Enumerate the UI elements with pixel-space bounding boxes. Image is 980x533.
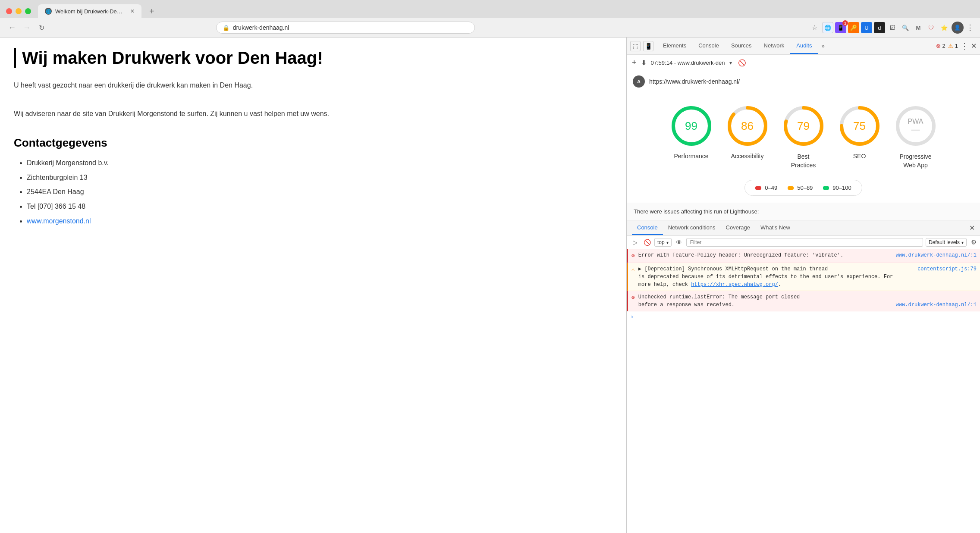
back-button[interactable]: ← bbox=[6, 22, 18, 34]
filter-input[interactable] bbox=[686, 238, 923, 247]
inspect-icon[interactable]: ⬚ bbox=[630, 41, 641, 51]
error-count: 2 bbox=[942, 43, 945, 49]
traffic-light-red[interactable] bbox=[6, 8, 12, 14]
ext-icon-2[interactable]: 📱 1 bbox=[835, 22, 846, 33]
device-icon[interactable]: 📱 bbox=[643, 41, 653, 51]
console-msg-text-2: Unchecked runtime.lastError: The message… bbox=[638, 293, 977, 309]
warn-icon: ⚠ bbox=[948, 43, 953, 49]
refresh-button[interactable]: ↻ bbox=[35, 22, 47, 34]
tab-close-icon[interactable]: ✕ bbox=[130, 8, 135, 14]
scores-section: 99 Performance 86 Accessibility bbox=[627, 92, 980, 203]
xhr-spec-link[interactable]: https://xhr.spec.whatwg.org/ bbox=[691, 282, 778, 288]
levels-dropdown-icon: ▾ bbox=[961, 240, 964, 245]
console-run-icon[interactable]: ▷ bbox=[630, 238, 640, 247]
traffic-light-yellow[interactable] bbox=[16, 8, 22, 14]
url-bar[interactable]: 🔒 drukwerk-denhaag.nl bbox=[216, 22, 475, 34]
contact-item-3: Tel [070] 366 15 48 bbox=[27, 201, 612, 212]
console-message-error-1: ⊗ Error with Feature-Policy header: Unre… bbox=[627, 249, 980, 263]
score-performance: 99 Performance bbox=[670, 104, 713, 169]
score-label-seo: SEO bbox=[853, 153, 866, 160]
tab-console[interactable]: Console bbox=[692, 38, 725, 54]
menu-icon[interactable]: ⋮ bbox=[966, 23, 974, 32]
browser-chrome: 🌐 Welkom bij Drukwerk-DenHaa… ✕ + ← → ↻ … bbox=[0, 0, 980, 38]
audit-avatar: A bbox=[633, 75, 645, 88]
score-seo: 75 SEO bbox=[838, 104, 881, 169]
tab-more[interactable]: » bbox=[818, 38, 828, 53]
legend-label-red: 0–49 bbox=[765, 185, 777, 191]
tab-sources[interactable]: Sources bbox=[725, 38, 758, 54]
ext-icon-10[interactable]: ⭐ bbox=[939, 22, 950, 33]
tab-bar: 🌐 Welkom bij Drukwerk-DenHaa… ✕ + bbox=[0, 0, 980, 18]
devtools-tab-bar: ⬚ 📱 Elements Console Sources Network Aud… bbox=[627, 38, 980, 55]
score-label-performance: Performance bbox=[674, 153, 708, 160]
console-prompt: › bbox=[627, 311, 980, 323]
audit-add-icon[interactable]: + bbox=[632, 58, 637, 67]
browser-toolbar-icons: ☆ 🌐 📱 1 🔑 U d 🖼 🔍 M 🛡 ⭐ 👤 ⋮ bbox=[809, 22, 974, 34]
console-msg-link-2[interactable]: www.drukwerk-denhaag.nl/:1 bbox=[896, 301, 977, 309]
console-tab-console[interactable]: Console bbox=[632, 221, 663, 235]
ext-icon-7[interactable]: 🔍 bbox=[900, 22, 911, 33]
console-tab-coverage[interactable]: Coverage bbox=[721, 221, 755, 235]
audit-block-icon[interactable]: 🚫 bbox=[738, 59, 746, 67]
address-bar: ← → ↻ 🔒 drukwerk-denhaag.nl ☆ 🌐 📱 1 🔑 U … bbox=[0, 18, 980, 38]
user-avatar-icon[interactable]: 👤 bbox=[952, 22, 964, 34]
webpage-content: Wij maken Drukwerk voor Den Haag! U heef… bbox=[0, 38, 626, 533]
context-select[interactable]: top ▾ bbox=[654, 238, 672, 247]
score-label-pwa: ProgressiveWeb App bbox=[900, 153, 932, 169]
ext-icon-3[interactable]: 🔑 bbox=[848, 22, 859, 33]
traffic-light-green[interactable] bbox=[25, 8, 31, 14]
error-icon: ⊗ bbox=[936, 43, 941, 49]
error-icon-1: ⊗ bbox=[631, 252, 635, 260]
default-levels-label: Default levels bbox=[929, 239, 960, 245]
devtools-more-icon[interactable]: ⋮ bbox=[961, 41, 968, 51]
audit-url-bar: A https://www.drukwerk-denhaag.nl/ bbox=[627, 71, 980, 92]
tab-elements[interactable]: Elements bbox=[657, 38, 692, 54]
audit-dropdown-icon[interactable]: ▾ bbox=[729, 60, 732, 66]
devtools-close-icon[interactable]: ✕ bbox=[971, 42, 977, 50]
error-icon-2: ⊗ bbox=[631, 294, 635, 302]
main-content: Wij maken Drukwerk voor Den Haag! U heef… bbox=[0, 38, 980, 533]
audit-time: 07:59:14 - www.drukwerk-den bbox=[651, 60, 725, 66]
console-tab-network[interactable]: Network conditions bbox=[663, 221, 721, 235]
contact-item-0: Drukkerij Morgenstond b.v. bbox=[27, 157, 612, 169]
warn-count-badge: ⚠ 1 bbox=[948, 43, 958, 49]
ext-icon-8[interactable]: M bbox=[913, 22, 924, 33]
ext-icon-6[interactable]: 🖼 bbox=[887, 22, 898, 33]
url-text: drukwerk-denhaag.nl bbox=[233, 24, 289, 31]
audit-toolbar: + ⬇ 07:59:14 - www.drukwerk-den ▾ 🚫 bbox=[627, 55, 980, 71]
legend-label-green: 90–100 bbox=[832, 185, 851, 191]
forward-button[interactable]: → bbox=[21, 22, 33, 34]
score-best-practices: 79 BestPractices bbox=[782, 104, 825, 169]
tab-network[interactable]: Network bbox=[758, 38, 791, 54]
ext-icon-4[interactable]: U bbox=[861, 22, 872, 33]
ext-icon-1[interactable]: 🌐 bbox=[822, 22, 833, 33]
score-value-accessibility: 86 bbox=[741, 119, 754, 133]
score-value-pwa: PWA bbox=[908, 118, 923, 125]
warn-count: 1 bbox=[955, 43, 958, 49]
score-accessibility: 86 Accessibility bbox=[726, 104, 769, 169]
tab-audits[interactable]: Audits bbox=[790, 38, 818, 54]
contact-link[interactable]: www.morgenstond.nl bbox=[27, 217, 91, 225]
console-settings-icon[interactable]: ⚙ bbox=[971, 238, 977, 246]
bookmark-icon[interactable]: ☆ bbox=[809, 22, 820, 33]
ext-icon-5[interactable]: d bbox=[874, 22, 885, 33]
default-levels-dropdown[interactable]: Default levels ▾ bbox=[926, 238, 967, 247]
score-label-best-practices: BestPractices bbox=[791, 153, 816, 169]
console-message-error-2: ⊗ Unchecked runtime.lastError: The messa… bbox=[627, 291, 980, 311]
score-value-seo: 75 bbox=[853, 119, 866, 133]
context-value: top bbox=[657, 239, 665, 245]
eye-icon[interactable]: 👁 bbox=[674, 238, 684, 247]
devtools-panel: ⬚ 📱 Elements Console Sources Network Aud… bbox=[626, 38, 980, 533]
console-close-icon[interactable]: ✕ bbox=[969, 224, 975, 232]
warn-icon-msg: ⚠ bbox=[631, 266, 635, 274]
browser-tab-active[interactable]: 🌐 Welkom bij Drukwerk-DenHaa… ✕ bbox=[38, 4, 141, 18]
console-block-icon[interactable]: 🚫 bbox=[642, 238, 652, 247]
console-msg-link-1[interactable]: www.drukwerk-denhaag.nl/:1 bbox=[896, 251, 977, 259]
console-tab-whatsnew[interactable]: What's New bbox=[755, 221, 795, 235]
audit-download-icon[interactable]: ⬇ bbox=[641, 59, 647, 67]
console-panel: Console Network conditions Coverage What… bbox=[627, 220, 980, 533]
ext-icon-9[interactable]: 🛡 bbox=[926, 22, 937, 33]
issues-section: There were issues affecting this run of … bbox=[627, 203, 980, 220]
console-msg-link-warning[interactable]: contentscript.js:79 bbox=[917, 265, 977, 273]
new-tab-button[interactable]: + bbox=[144, 5, 160, 18]
